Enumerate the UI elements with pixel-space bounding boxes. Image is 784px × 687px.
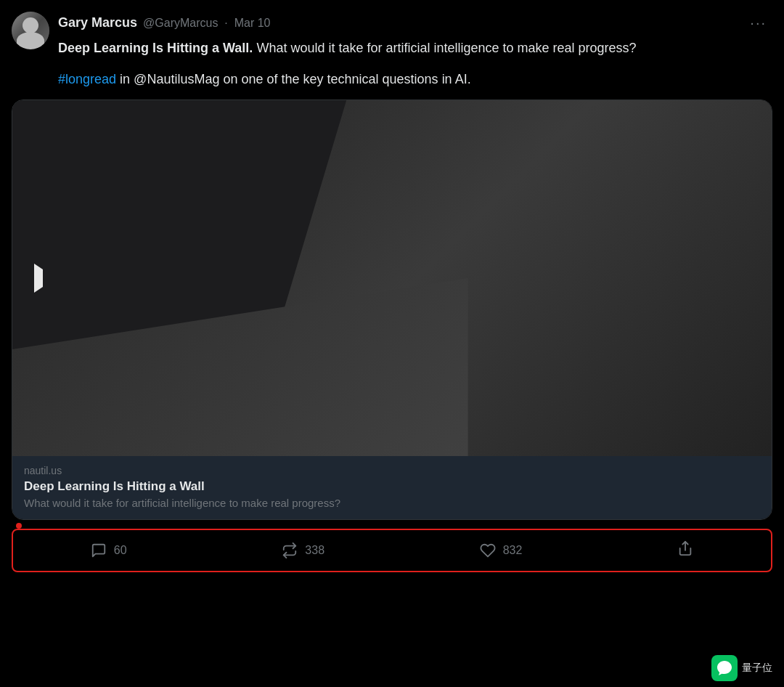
tweet-user-row: Gary Marcus @GaryMarcus · Mar 10 ··· (58, 12, 772, 34)
tweet-text-main: Deep Learning Is Hitting a Wall. What wo… (58, 38, 772, 58)
card-title: Deep Learning Is Hitting a Wall (24, 479, 760, 494)
card-image-background (12, 100, 772, 456)
tweet-meta: Gary Marcus @GaryMarcus · Mar 10 ··· Dee… (58, 12, 772, 89)
tweet-date: Mar 10 (234, 17, 271, 29)
user-info: Gary Marcus @GaryMarcus · Mar 10 (58, 15, 270, 31)
tweet-text-secondary: #longread in @NautilusMag on one of the … (58, 70, 772, 89)
card-image (12, 100, 772, 456)
retweet-count: 338 (305, 544, 324, 557)
share-action[interactable] (666, 536, 705, 565)
reply-icon (91, 542, 107, 558)
handle-date: @GaryMarcus · Mar 10 (143, 17, 270, 30)
handle[interactable]: @GaryMarcus (143, 17, 218, 29)
card-description: What would it take for artificial intell… (24, 497, 760, 509)
hashtag-longread[interactable]: #longread (58, 72, 116, 86)
like-count: 832 (503, 544, 523, 557)
link-card[interactable]: nautil.us Deep Learning Is Hitting a Wal… (12, 99, 772, 520)
display-name[interactable]: Gary Marcus (58, 15, 137, 31)
card-domain: nautil.us (24, 465, 760, 476)
more-options-icon[interactable]: ··· (744, 12, 772, 34)
wechat-label: 量子位 (742, 662, 772, 675)
wechat-icon (711, 655, 738, 681)
reply-action[interactable]: 60 (79, 538, 139, 563)
card-info: nautil.us Deep Learning Is Hitting a Wal… (12, 456, 772, 519)
like-action[interactable]: 832 (468, 538, 534, 563)
like-icon (480, 542, 496, 558)
retweet-icon (282, 542, 298, 558)
tweet-normal-text: What would it take for artificial intell… (256, 41, 636, 55)
tweet-actions-bar: 60 338 832 (12, 529, 772, 572)
reply-count: 60 (114, 544, 127, 557)
tweet-header: Gary Marcus @GaryMarcus · Mar 10 ··· Dee… (12, 12, 772, 89)
tweet-container: Gary Marcus @GaryMarcus · Mar 10 ··· Dee… (0, 0, 784, 687)
retweet-action[interactable]: 338 (270, 538, 336, 563)
secondary-text-rest: in @NautilusMag on one of the key techni… (120, 72, 471, 86)
tweet-bold-text: Deep Learning Is Hitting a Wall. (58, 41, 253, 55)
wechat-badge: 量子位 (711, 655, 772, 681)
avatar[interactable] (12, 12, 49, 49)
red-dot-accent (16, 523, 22, 529)
